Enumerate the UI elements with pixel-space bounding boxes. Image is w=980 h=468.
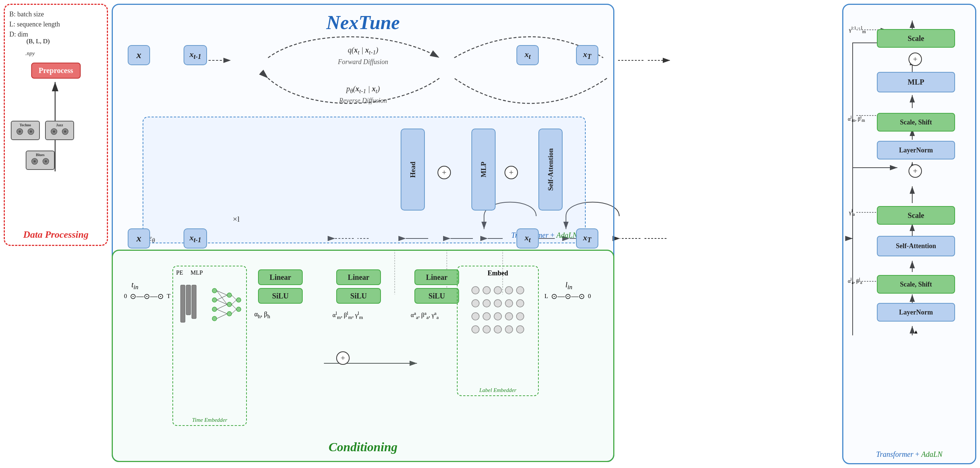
mlp-block-inner: MLP xyxy=(471,129,496,211)
forward-label: Forward Diffusion xyxy=(243,58,483,66)
alpha-m-label: αlm, βlm, γlm xyxy=(332,310,363,321)
reverse-label: Reverse Diffusion xyxy=(243,97,483,105)
scale-shift-block-bot: Scale, Shift xyxy=(877,275,955,294)
data-processing-box: B: batch size L: sequence length D: dim … xyxy=(4,4,108,246)
linear-silu-group-2: Linear SiLU xyxy=(336,269,385,305)
forward-diffusion-area: q(xt | xt-1) Forward Diffusion pθ(xt-1 |… xyxy=(243,38,483,105)
pe-mlp-header: PE MLP xyxy=(176,269,243,276)
svg-point-63 xyxy=(227,293,232,297)
x-T-box-top: xT xyxy=(576,45,598,65)
svg-text:Techno: Techno xyxy=(20,123,31,127)
svg-point-87 xyxy=(505,300,513,307)
svg-line-73 xyxy=(217,309,227,314)
layernorm-block-bot: LayerNorm xyxy=(877,303,955,321)
cassette-techno: Techno xyxy=(10,120,40,142)
layernorm-block-top: LayerNorm xyxy=(877,141,955,160)
label-embedder-box: Embed xyxy=(457,266,539,396)
svg-point-66 xyxy=(236,298,241,302)
pe-visual xyxy=(179,281,197,326)
plus-circle-cond: + xyxy=(336,351,350,365)
self-attention-block: Self-Attention xyxy=(538,129,563,211)
right-panel-title: Transformer + AdaLN xyxy=(876,450,942,459)
self-attention-block-right: Self-Attention xyxy=(877,236,955,256)
svg-point-52 xyxy=(33,160,36,163)
reverse-eq: pθ(xt-1 | xt) xyxy=(243,85,483,95)
svg-point-93 xyxy=(516,313,524,320)
x-T-box-mid: xT xyxy=(576,228,598,249)
svg-rect-56 xyxy=(181,285,185,322)
forward-eq: q(xt | xt-1) xyxy=(243,46,483,56)
svg-point-82 xyxy=(505,286,513,294)
preprocess-box: Preprocess xyxy=(31,62,81,78)
l-in-label: lin xyxy=(565,281,572,291)
mlp-visual xyxy=(209,280,242,328)
svg-point-54 xyxy=(45,160,47,163)
legend-text: B: batch size L: sequence length D: dim xyxy=(9,9,102,40)
svg-point-64 xyxy=(227,302,232,307)
alpha-a-beta-a-label: αia, βia xyxy=(848,277,862,285)
plus-circle-right-top: + xyxy=(908,53,922,66)
label-embedder-label: Label Embedder xyxy=(479,387,516,393)
svg-line-76 xyxy=(232,300,236,304)
x-t-box-mid: xt xyxy=(516,228,539,249)
bld-label: (B, L, D) xyxy=(26,38,49,45)
x-t-box-top: xt xyxy=(516,45,539,65)
svg-point-92 xyxy=(505,313,513,320)
svg-point-67 xyxy=(236,307,241,311)
x-t1-box-top: xt-1 xyxy=(184,45,207,65)
silu-block-2: SiLU xyxy=(336,288,381,303)
data-processing-title: Data Processing xyxy=(23,229,89,240)
svg-rect-58 xyxy=(192,285,196,319)
svg-point-81 xyxy=(494,286,501,294)
cassettes-row1: Techno Jazz xyxy=(10,120,75,142)
svg-point-80 xyxy=(483,286,490,294)
main-container: B: batch size L: sequence length D: dim … xyxy=(0,0,980,468)
conditioning-title: Conditioning xyxy=(328,440,397,454)
svg-line-74 xyxy=(217,314,227,319)
head-block: Head xyxy=(401,129,425,211)
scale-shift-block-top: Scale, Shift xyxy=(877,113,955,131)
npy-label: .npy xyxy=(25,50,35,57)
plus-circle-1: + xyxy=(504,166,518,179)
svg-point-86 xyxy=(494,300,501,307)
svg-point-46 xyxy=(53,130,55,133)
legend-d: D: dim xyxy=(9,29,102,40)
times-l: ×l xyxy=(233,214,240,224)
svg-line-72 xyxy=(217,304,227,309)
svg-point-95 xyxy=(483,326,490,333)
time-embedder-box: PE MLP xyxy=(172,266,247,426)
svg-point-59 xyxy=(212,288,217,293)
legend-l: L: sequence length xyxy=(9,19,102,29)
svg-point-90 xyxy=(483,313,490,320)
svg-point-84 xyxy=(472,300,479,307)
silu-block-3: SiLU xyxy=(414,288,459,303)
legend-b: B: batch size xyxy=(9,9,102,19)
svg-point-89 xyxy=(472,313,479,320)
svg-point-83 xyxy=(516,286,524,294)
gamma-a-label: γia xyxy=(849,208,855,217)
x-box-top: x xyxy=(128,45,150,65)
linear-silu-group-3: Linear SiLU xyxy=(414,269,463,305)
svg-line-70 xyxy=(217,295,227,300)
gamma-m-label: γi:1→lm xyxy=(849,26,866,35)
alpha-h-label: αh, βh xyxy=(254,310,270,320)
svg-line-78 xyxy=(232,309,236,314)
transformer-box: εθ ×l Transformer + AdaLN Self-Attention… xyxy=(143,117,586,243)
svg-point-97 xyxy=(505,326,513,333)
timeline-l: L ⊙—⊙—⊙ 0 xyxy=(544,292,591,301)
svg-line-77 xyxy=(232,304,236,309)
svg-point-62 xyxy=(212,316,217,321)
time-embedder-label: Time Embedder xyxy=(192,417,228,423)
input-label-right: ▲ xyxy=(890,329,942,335)
svg-point-88 xyxy=(516,300,524,307)
embed-header: Embed xyxy=(461,269,535,277)
conditioning-box: Conditioning tin 0 ⊙—⊙—⊙ T PE MLP xyxy=(112,250,614,462)
linear-block-2: Linear xyxy=(336,269,381,285)
x-box-mid: x xyxy=(128,228,150,249)
linear-block-3: Linear xyxy=(414,269,459,285)
nextune-title: NexTune xyxy=(326,11,399,34)
mlp-block-right: MLP xyxy=(877,72,955,93)
right-panel-box: Transformer + AdaLN γi:1→lm Scale + MLP … xyxy=(842,4,976,464)
svg-point-40 xyxy=(19,130,21,133)
x-t1-box-mid: xt-1 xyxy=(184,228,207,249)
